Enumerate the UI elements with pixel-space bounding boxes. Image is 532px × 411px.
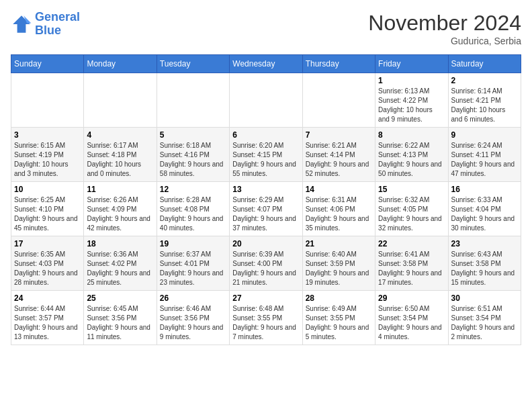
day-number: 27 — [232, 293, 299, 303]
calendar-cell — [11, 73, 84, 128]
day-number: 28 — [306, 293, 372, 303]
day-number: 12 — [160, 185, 226, 194]
day-info: Sunrise: 6:25 AM Sunset: 4:10 PM Dayligh… — [14, 195, 81, 233]
calendar-cell: 14Sunrise: 6:31 AM Sunset: 4:06 PM Dayli… — [302, 182, 375, 236]
day-info: Sunrise: 6:24 AM Sunset: 4:11 PM Dayligh… — [451, 141, 518, 179]
day-info: Sunrise: 6:37 AM Sunset: 4:01 PM Dayligh… — [160, 250, 226, 287]
day-of-week-header: Thursday — [302, 55, 375, 73]
calendar-cell: 26Sunrise: 6:46 AM Sunset: 3:56 PM Dayli… — [157, 291, 229, 345]
calendar-cell: 7Sunrise: 6:21 AM Sunset: 4:14 PM Daylig… — [302, 128, 375, 182]
day-of-week-header: Saturday — [448, 55, 521, 73]
calendar-cell: 11Sunrise: 6:26 AM Sunset: 4:09 PM Dayli… — [84, 182, 157, 236]
calendar-cell: 4Sunrise: 6:17 AM Sunset: 4:18 PM Daylig… — [84, 128, 157, 182]
calendar-cell — [230, 73, 302, 128]
calendar-cell: 20Sunrise: 6:39 AM Sunset: 4:00 PM Dayli… — [230, 236, 302, 291]
location-subtitle: Gudurica, Serbia — [368, 36, 521, 46]
logo-icon — [11, 13, 32, 35]
logo-text: General Blue — [35, 11, 80, 38]
day-number: 30 — [451, 293, 518, 303]
calendar-week-row: 17Sunrise: 6:35 AM Sunset: 4:03 PM Dayli… — [11, 236, 521, 291]
day-number: 29 — [378, 293, 445, 303]
calendar-cell: 8Sunrise: 6:22 AM Sunset: 4:13 PM Daylig… — [375, 128, 448, 182]
day-number: 11 — [87, 185, 153, 194]
day-info: Sunrise: 6:44 AM Sunset: 3:57 PM Dayligh… — [14, 304, 81, 342]
day-number: 19 — [160, 239, 226, 248]
day-number: 25 — [87, 293, 153, 303]
day-info: Sunrise: 6:36 AM Sunset: 4:02 PM Dayligh… — [87, 250, 153, 287]
day-info: Sunrise: 6:39 AM Sunset: 4:00 PM Dayligh… — [232, 250, 299, 287]
calendar-cell: 12Sunrise: 6:28 AM Sunset: 4:08 PM Dayli… — [157, 182, 229, 236]
calendar-cell: 2Sunrise: 6:14 AM Sunset: 4:21 PM Daylig… — [448, 73, 521, 128]
calendar-week-row: 10Sunrise: 6:25 AM Sunset: 4:10 PM Dayli… — [11, 182, 521, 236]
day-info: Sunrise: 6:33 AM Sunset: 4:04 PM Dayligh… — [451, 195, 518, 233]
day-number: 10 — [14, 185, 81, 194]
day-number: 1 — [378, 76, 445, 85]
day-number: 6 — [232, 130, 299, 140]
day-info: Sunrise: 6:31 AM Sunset: 4:06 PM Dayligh… — [306, 195, 372, 233]
svg-marker-0 — [13, 15, 30, 33]
day-of-week-header: Tuesday — [157, 55, 229, 73]
page-header: General Blue November 2024 Gudurica, Ser… — [11, 11, 521, 46]
day-info: Sunrise: 6:50 AM Sunset: 3:54 PM Dayligh… — [378, 304, 445, 342]
calendar-cell — [84, 73, 157, 128]
calendar-cell: 15Sunrise: 6:32 AM Sunset: 4:05 PM Dayli… — [375, 182, 448, 236]
calendar-header-row: SundayMondayTuesdayWednesdayThursdayFrid… — [11, 55, 521, 73]
calendar-cell: 28Sunrise: 6:49 AM Sunset: 3:55 PM Dayli… — [302, 291, 375, 345]
day-info: Sunrise: 6:29 AM Sunset: 4:07 PM Dayligh… — [232, 195, 299, 233]
calendar-table: SundayMondayTuesdayWednesdayThursdayFrid… — [11, 54, 521, 345]
calendar-week-row: 3Sunrise: 6:15 AM Sunset: 4:19 PM Daylig… — [11, 128, 521, 182]
day-of-week-header: Monday — [84, 55, 157, 73]
day-number: 18 — [87, 239, 153, 248]
day-info: Sunrise: 6:26 AM Sunset: 4:09 PM Dayligh… — [87, 195, 153, 233]
calendar-cell — [302, 73, 375, 128]
day-number: 23 — [451, 239, 518, 248]
day-number: 16 — [451, 185, 518, 194]
day-of-week-header: Wednesday — [230, 55, 302, 73]
calendar-cell: 27Sunrise: 6:48 AM Sunset: 3:55 PM Dayli… — [230, 291, 302, 345]
day-info: Sunrise: 6:20 AM Sunset: 4:15 PM Dayligh… — [232, 141, 299, 179]
calendar-cell: 19Sunrise: 6:37 AM Sunset: 4:01 PM Dayli… — [157, 236, 229, 291]
day-info: Sunrise: 6:17 AM Sunset: 4:18 PM Dayligh… — [87, 141, 153, 179]
calendar-week-row: 1Sunrise: 6:13 AM Sunset: 4:22 PM Daylig… — [11, 73, 521, 128]
calendar-cell: 13Sunrise: 6:29 AM Sunset: 4:07 PM Dayli… — [230, 182, 302, 236]
day-info: Sunrise: 6:14 AM Sunset: 4:21 PM Dayligh… — [451, 87, 518, 124]
day-number: 2 — [451, 76, 518, 85]
day-info: Sunrise: 6:41 AM Sunset: 3:58 PM Dayligh… — [378, 250, 445, 287]
day-number: 13 — [232, 185, 299, 194]
day-number: 21 — [306, 239, 372, 248]
calendar-cell: 21Sunrise: 6:40 AM Sunset: 3:59 PM Dayli… — [302, 236, 375, 291]
day-info: Sunrise: 6:43 AM Sunset: 3:58 PM Dayligh… — [451, 250, 518, 287]
title-block: November 2024 Gudurica, Serbia — [368, 11, 521, 46]
day-number: 5 — [160, 130, 226, 140]
calendar-cell: 25Sunrise: 6:45 AM Sunset: 3:56 PM Dayli… — [84, 291, 157, 345]
calendar-cell: 23Sunrise: 6:43 AM Sunset: 3:58 PM Dayli… — [448, 236, 521, 291]
day-number: 22 — [378, 239, 445, 248]
day-info: Sunrise: 6:22 AM Sunset: 4:13 PM Dayligh… — [378, 141, 445, 179]
calendar-cell: 16Sunrise: 6:33 AM Sunset: 4:04 PM Dayli… — [448, 182, 521, 236]
calendar-cell: 6Sunrise: 6:20 AM Sunset: 4:15 PM Daylig… — [230, 128, 302, 182]
calendar-cell: 3Sunrise: 6:15 AM Sunset: 4:19 PM Daylig… — [11, 128, 84, 182]
logo: General Blue — [11, 11, 80, 38]
calendar-cell: 1Sunrise: 6:13 AM Sunset: 4:22 PM Daylig… — [375, 73, 448, 128]
day-info: Sunrise: 6:21 AM Sunset: 4:14 PM Dayligh… — [306, 141, 372, 179]
day-info: Sunrise: 6:18 AM Sunset: 4:16 PM Dayligh… — [160, 141, 226, 179]
calendar-cell: 22Sunrise: 6:41 AM Sunset: 3:58 PM Dayli… — [375, 236, 448, 291]
day-info: Sunrise: 6:35 AM Sunset: 4:03 PM Dayligh… — [14, 250, 81, 287]
day-number: 8 — [378, 130, 445, 140]
day-number: 20 — [232, 239, 299, 248]
calendar-cell — [157, 73, 229, 128]
calendar-cell: 10Sunrise: 6:25 AM Sunset: 4:10 PM Dayli… — [11, 182, 84, 236]
day-number: 7 — [306, 130, 372, 140]
calendar-cell: 29Sunrise: 6:50 AM Sunset: 3:54 PM Dayli… — [375, 291, 448, 345]
day-info: Sunrise: 6:13 AM Sunset: 4:22 PM Dayligh… — [378, 87, 445, 124]
calendar-cell: 17Sunrise: 6:35 AM Sunset: 4:03 PM Dayli… — [11, 236, 84, 291]
calendar-cell: 18Sunrise: 6:36 AM Sunset: 4:02 PM Dayli… — [84, 236, 157, 291]
calendar-cell: 9Sunrise: 6:24 AM Sunset: 4:11 PM Daylig… — [448, 128, 521, 182]
calendar-cell: 30Sunrise: 6:51 AM Sunset: 3:54 PM Dayli… — [448, 291, 521, 345]
day-number: 14 — [306, 185, 372, 194]
day-info: Sunrise: 6:40 AM Sunset: 3:59 PM Dayligh… — [306, 250, 372, 287]
day-info: Sunrise: 6:32 AM Sunset: 4:05 PM Dayligh… — [378, 195, 445, 233]
day-info: Sunrise: 6:28 AM Sunset: 4:08 PM Dayligh… — [160, 195, 226, 233]
day-info: Sunrise: 6:45 AM Sunset: 3:56 PM Dayligh… — [87, 304, 153, 342]
day-number: 9 — [451, 130, 518, 140]
